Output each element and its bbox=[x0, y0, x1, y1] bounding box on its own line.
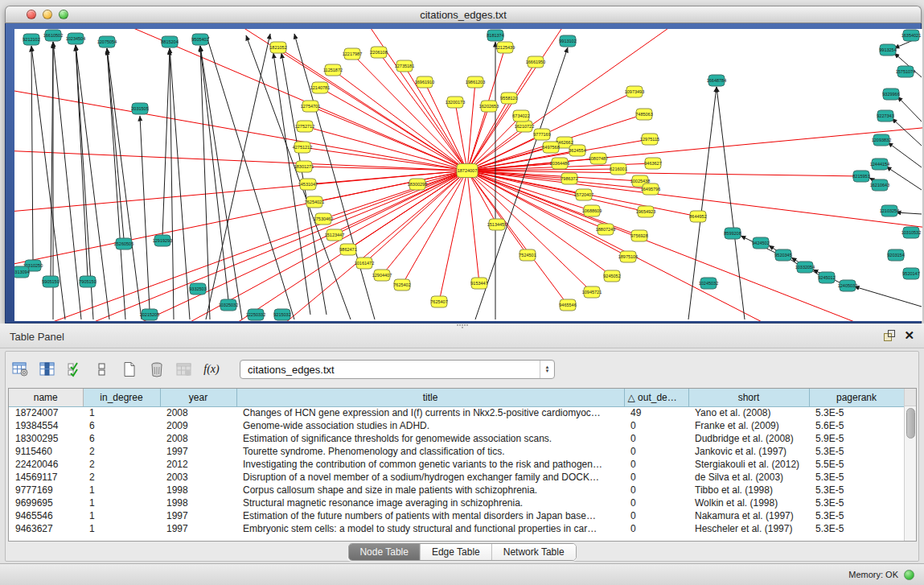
window-titlebar[interactable]: citations_edges.txt bbox=[5, 6, 922, 23]
function-builder-icon[interactable]: f(x) bbox=[203, 360, 220, 378]
graph-node[interactable]: 16202653 bbox=[479, 101, 499, 112]
graph-node[interactable]: 1821052 bbox=[269, 42, 286, 53]
graph-node[interactable]: 2031505 bbox=[131, 103, 148, 114]
tab-node-table[interactable]: Node Table bbox=[348, 544, 421, 560]
graph-node[interactable]: 9203154 bbox=[887, 249, 904, 261]
graph-node[interactable]: 9313094 bbox=[14, 266, 30, 278]
graph-node[interactable]: 9777169 bbox=[533, 129, 550, 140]
table-row[interactable]: 946362711997Embryonic stem cells: a mode… bbox=[9, 522, 904, 535]
graph-node[interactable]: 9520147 bbox=[902, 268, 919, 279]
graph-node[interactable]: 6734022 bbox=[512, 110, 529, 122]
attribute-checklist-icon[interactable] bbox=[66, 360, 84, 378]
graph-node[interactable]: 16661950 bbox=[526, 56, 545, 68]
graph-node[interactable]: 8181374 bbox=[487, 30, 503, 41]
table-row[interactable]: 1872400712008Changes of HCN gene express… bbox=[9, 406, 904, 419]
graph-node[interactable]: 9227343 bbox=[877, 110, 893, 122]
graph-node[interactable]: 12217987 bbox=[343, 48, 362, 60]
table-vertical-scrollbar[interactable] bbox=[904, 389, 916, 541]
graph-node[interactable]: 18975106 bbox=[618, 251, 638, 262]
graph-node[interactable]: 9153447 bbox=[470, 278, 487, 289]
graph-node[interactable]: 10973493 bbox=[625, 86, 644, 97]
table-row[interactable]: 977716911998Corpus callosum shape and si… bbox=[9, 484, 904, 496]
graph-node[interactable]: 25260505 bbox=[114, 238, 133, 249]
graph-node[interactable]: 12093832 bbox=[872, 134, 891, 146]
column-select-icon[interactable] bbox=[39, 360, 56, 378]
graph-node[interactable]: 9862471 bbox=[339, 244, 356, 255]
graph-node[interactable]: 10310532 bbox=[901, 227, 921, 238]
import-table-disabled-icon[interactable] bbox=[175, 360, 193, 378]
network-canvas-svg[interactable]: 1872400712217987112518721214078112754701… bbox=[14, 29, 922, 321]
graph-node[interactable]: 2206108 bbox=[370, 47, 387, 58]
graph-node[interactable]: 9913102 bbox=[559, 35, 576, 47]
graph-node[interactable]: 9505402 bbox=[191, 34, 208, 45]
graph-node[interactable]: 9913254 bbox=[879, 44, 896, 56]
graph-node[interactable]: 10332054 bbox=[795, 262, 815, 273]
table-row[interactable]: 1938455462009Genome-wide association stu… bbox=[9, 419, 904, 432]
graph-node[interactable]: 20215205 bbox=[140, 309, 159, 320]
graph-node[interactable]: 7485063 bbox=[635, 109, 652, 120]
graph-node[interactable]: 6497568 bbox=[542, 142, 559, 153]
graph-node[interactable]: 9332503 bbox=[189, 283, 206, 295]
graph-node[interactable]: 8644952 bbox=[689, 211, 706, 222]
graph-node[interactable]: 12140781 bbox=[310, 82, 330, 93]
graph-node[interactable]: 3624554 bbox=[569, 145, 585, 156]
graph-node[interactable]: 12444154 bbox=[870, 159, 889, 170]
table-row[interactable]: 1830029562008Estimation of significance … bbox=[9, 432, 904, 445]
graph-node[interactable]: 76254021 bbox=[305, 196, 324, 208]
graph-node[interactable]: 7625407 bbox=[430, 296, 447, 307]
graph-node[interactable]: 16210643 bbox=[870, 179, 889, 191]
column-header-pagerank[interactable]: pagerank bbox=[809, 389, 904, 406]
graph-node[interactable]: 18807249 bbox=[596, 224, 615, 235]
table-row[interactable]: 1456911722003Disruption of a novel membe… bbox=[9, 471, 904, 484]
column-header-out_degree[interactable]: △ out_de… bbox=[624, 389, 688, 406]
graph-node[interactable]: 12735181 bbox=[395, 60, 414, 72]
graph-node[interactable]: 19654923 bbox=[636, 206, 655, 217]
graph-node[interactable]: 16648784 bbox=[707, 75, 726, 86]
table-row[interactable]: 946554611997Estimation of the future num… bbox=[9, 509, 904, 522]
close-panel-icon[interactable]: ✕ bbox=[904, 328, 914, 343]
table-row[interactable]: 911546021997Tourette syndrome. Phenomeno… bbox=[9, 445, 904, 458]
graph-hub-node[interactable]: 18724007 bbox=[457, 164, 478, 178]
graph-node[interactable]: 8815204 bbox=[161, 36, 178, 47]
graph-node[interactable]: 10945721 bbox=[582, 286, 602, 298]
graph-node[interactable]: 6216001 bbox=[610, 163, 626, 175]
graph-node[interactable]: 10807487 bbox=[589, 153, 608, 164]
graph-node[interactable]: 16495796 bbox=[641, 183, 660, 195]
graph-node[interactable]: 12075054 bbox=[97, 36, 117, 47]
float-panel-icon[interactable] bbox=[883, 329, 896, 342]
graph-node[interactable]: 16961910 bbox=[415, 76, 434, 88]
graph-node[interactable]: 15751074 bbox=[896, 66, 915, 77]
graph-node[interactable]: 9329966 bbox=[882, 89, 899, 100]
graph-node[interactable]: 12125439 bbox=[495, 42, 515, 53]
graph-node[interactable]: 16354021 bbox=[901, 30, 921, 41]
graph-node[interactable]: 16210722 bbox=[515, 121, 534, 132]
graph-node[interactable]: 13200173 bbox=[446, 97, 465, 108]
graph-node[interactable]: 9756928 bbox=[630, 230, 647, 241]
column-header-name[interactable]: name bbox=[9, 389, 83, 406]
graph-node[interactable]: 7905150 bbox=[79, 276, 96, 287]
graph-node[interactable]: 9245052 bbox=[603, 270, 620, 282]
graph-node[interactable]: 9558120 bbox=[500, 93, 517, 104]
graph-node[interactable]: 18301271 bbox=[294, 161, 314, 172]
graph-node[interactable]: 9215032 bbox=[273, 309, 290, 320]
tab-network-table[interactable]: Network Table bbox=[492, 544, 576, 560]
graph-node[interactable]: 9424502 bbox=[752, 237, 769, 249]
graph-node[interactable]: 10325032 bbox=[219, 299, 238, 311]
network-canvas[interactable]: 1872400712217987112518721214078112754701… bbox=[14, 29, 922, 321]
graph-node[interactable]: 18300295 bbox=[408, 179, 427, 190]
graph-node[interactable]: 9463627 bbox=[644, 158, 661, 169]
table-row[interactable]: 2242004622012Investigating the contribut… bbox=[9, 458, 904, 471]
graph-node[interactable]: 9212102 bbox=[23, 34, 39, 45]
graph-node[interactable]: 17530462 bbox=[314, 213, 333, 225]
graph-node[interactable]: 7986372 bbox=[561, 173, 577, 184]
graph-node[interactable]: 15123447 bbox=[325, 229, 344, 241]
graph-node[interactable]: 10688609 bbox=[582, 205, 602, 216]
graph-node[interactable]: 9245012 bbox=[818, 272, 835, 283]
graph-node[interactable]: 9520345 bbox=[774, 249, 791, 261]
graph-node[interactable]: 10234504 bbox=[66, 33, 85, 44]
graph-node[interactable]: 12919293 bbox=[153, 235, 172, 246]
scrollbar-thumb[interactable] bbox=[906, 408, 915, 439]
graph-node[interactable]: 12752712 bbox=[295, 121, 314, 132]
graph-node[interactable]: 9465546 bbox=[559, 299, 576, 311]
column-header-title[interactable]: title bbox=[236, 389, 624, 406]
